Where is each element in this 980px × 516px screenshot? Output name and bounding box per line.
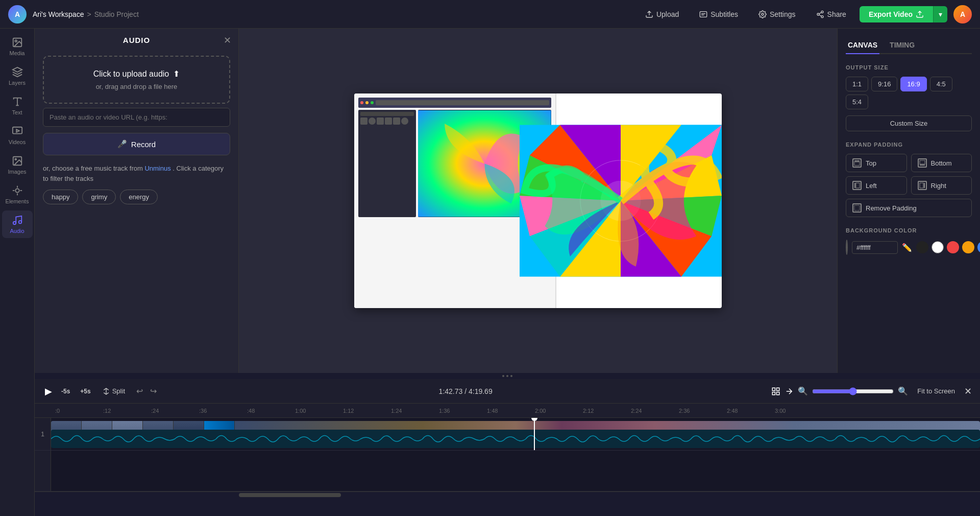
playhead[interactable] <box>534 418 535 450</box>
share-icon <box>816 10 824 18</box>
music-tags: happy grimy energy <box>43 190 230 204</box>
unminus-link[interactable]: Unminus <box>144 165 170 172</box>
svg-marker-15 <box>16 129 19 132</box>
tab-canvas[interactable]: CANVAS <box>846 37 879 54</box>
swirl-svg <box>520 93 722 308</box>
zoom-in-button[interactable]: 🔍 <box>898 386 908 396</box>
music-tag-grimy[interactable]: grimy <box>82 190 116 204</box>
size-9-16[interactable]: 9:16 <box>871 77 897 91</box>
padding-left-button[interactable]: Left <box>846 176 907 195</box>
upload-button[interactable]: Upload <box>638 7 686 22</box>
skip-fwd-button[interactable]: +5s <box>77 386 93 397</box>
padding-top-button[interactable]: Top <box>846 154 907 172</box>
ruler-mark-1: :12 <box>103 408 151 414</box>
export-button[interactable]: Export Video <box>860 6 933 22</box>
ruler-mark-10: 2:00 <box>535 408 583 414</box>
svg-point-6 <box>821 15 823 17</box>
sidebar-item-audio[interactable]: Audio <box>2 210 33 238</box>
color-preset-blue[interactable] <box>977 241 980 253</box>
svg-point-3 <box>762 13 764 15</box>
bg-color-hex-input[interactable] <box>852 241 898 254</box>
redo-button[interactable]: ↪ <box>147 384 160 398</box>
subtitles-icon <box>699 10 707 18</box>
color-preset-black[interactable] <box>916 241 928 253</box>
timeline-ruler: :0 :12 :24 :36 :48 1:00 1:12 1:24 1:36 1… <box>35 404 980 418</box>
color-preset-white[interactable] <box>932 241 944 253</box>
timeline-drag-handle[interactable] <box>35 373 980 379</box>
split-button[interactable]: Split <box>98 385 129 397</box>
scroll-thumb[interactable] <box>239 493 341 497</box>
zoom-out-button[interactable]: 🔍 <box>798 386 808 396</box>
settings-button[interactable]: Settings <box>751 7 803 22</box>
svg-rect-42 <box>773 392 775 394</box>
workspace-link[interactable]: Ari's Workspace <box>33 10 84 18</box>
play-button[interactable]: ▶ <box>43 384 54 399</box>
undo-button[interactable]: ↩ <box>133 384 146 398</box>
color-preset-yellow[interactable] <box>962 241 974 253</box>
track-content-2[interactable] <box>51 451 980 491</box>
color-picker-icon[interactable]: ✏️ <box>902 243 912 252</box>
size-16-9[interactable]: 16:9 <box>900 77 926 91</box>
padding-grid: Top Bottom Left <box>846 154 972 195</box>
audio-upload-button[interactable]: Click to upload audio ⬆ <box>93 69 180 79</box>
export-dropdown-button[interactable]: ▾ <box>933 6 947 22</box>
horizontal-scrollbar[interactable] <box>35 491 980 498</box>
left-padding-icon <box>852 181 862 190</box>
close-timeline-button[interactable]: ✕ <box>964 386 972 397</box>
sidebar-item-layers[interactable]: Layers <box>2 62 33 90</box>
padding-right-button[interactable]: Right <box>911 176 972 195</box>
svg-line-8 <box>819 12 821 14</box>
sidebar-item-media[interactable]: Media <box>2 33 33 60</box>
ruler-mark-7: 1:24 <box>391 408 439 414</box>
canvas-preview <box>354 93 722 308</box>
custom-size-button[interactable]: Custom Size <box>846 115 972 131</box>
ruler-mark-12: 2:24 <box>631 408 679 414</box>
svg-point-24 <box>18 221 21 224</box>
padding-bottom-button[interactable]: Bottom <box>911 154 972 172</box>
waveform-svg <box>51 430 980 448</box>
color-preset-red[interactable] <box>947 241 959 253</box>
size-4-5[interactable]: 4:5 <box>930 77 952 91</box>
svg-rect-40 <box>777 388 779 390</box>
music-tag-happy[interactable]: happy <box>43 190 78 204</box>
svg-rect-41 <box>777 392 779 394</box>
subtitles-button[interactable]: Subtitles <box>692 7 745 22</box>
size-options: 1:1 9:16 16:9 4:5 5:4 <box>846 77 972 109</box>
size-5-4[interactable]: 5:4 <box>846 95 868 109</box>
sidebar-item-text[interactable]: Text <box>2 92 33 120</box>
zoom-slider[interactable] <box>812 387 894 395</box>
tab-timing[interactable]: TIMING <box>888 37 917 54</box>
ruler-marks: :0 :12 :24 :36 :48 1:00 1:12 1:24 1:36 1… <box>55 408 976 414</box>
undo-redo-group: ↩ ↪ <box>133 384 160 398</box>
layers-icon <box>12 66 23 78</box>
track-content-1[interactable] <box>51 418 980 450</box>
images-icon <box>12 155 23 167</box>
ruler-mark-3: :36 <box>199 408 247 414</box>
share-button[interactable]: Share <box>809 7 853 22</box>
ruler-mark-13: 2:36 <box>679 408 727 414</box>
svg-marker-11 <box>12 67 21 72</box>
audio-waveform-track[interactable] <box>51 430 980 448</box>
audio-url-input[interactable] <box>43 108 230 127</box>
sidebar-item-images[interactable]: Images <box>2 151 33 179</box>
bottom-padding-icon <box>918 158 927 168</box>
sidebar-item-elements[interactable]: Elements <box>2 181 33 208</box>
svg-rect-33 <box>854 183 855 188</box>
skip-back-button[interactable]: -5s <box>58 386 73 397</box>
audio-panel-close-button[interactable]: ✕ <box>224 35 231 46</box>
remove-padding-button[interactable]: Remove Padding <box>846 199 972 217</box>
fit-to-screen-button[interactable]: Fit to Screen <box>912 385 960 397</box>
audio-upload-area[interactable]: Click to upload audio ⬆ or, drag and dro… <box>43 56 230 104</box>
bg-color-swatch[interactable] <box>846 240 848 255</box>
workspace-logo[interactable]: A <box>8 5 27 24</box>
avatar[interactable]: A <box>953 5 972 24</box>
top-section: AUDIO ✕ Click to upload audio ⬆ or, drag… <box>35 29 980 373</box>
music-tag-energy[interactable]: energy <box>120 190 158 204</box>
text-icon <box>12 96 23 107</box>
sidebar-item-videos[interactable]: Videos <box>2 122 33 149</box>
size-1-1[interactable]: 1:1 <box>846 77 868 91</box>
svg-rect-29 <box>854 160 860 161</box>
media-icon <box>12 37 23 48</box>
record-button[interactable]: 🎤 Record <box>43 133 230 155</box>
top-padding-icon <box>852 158 862 168</box>
